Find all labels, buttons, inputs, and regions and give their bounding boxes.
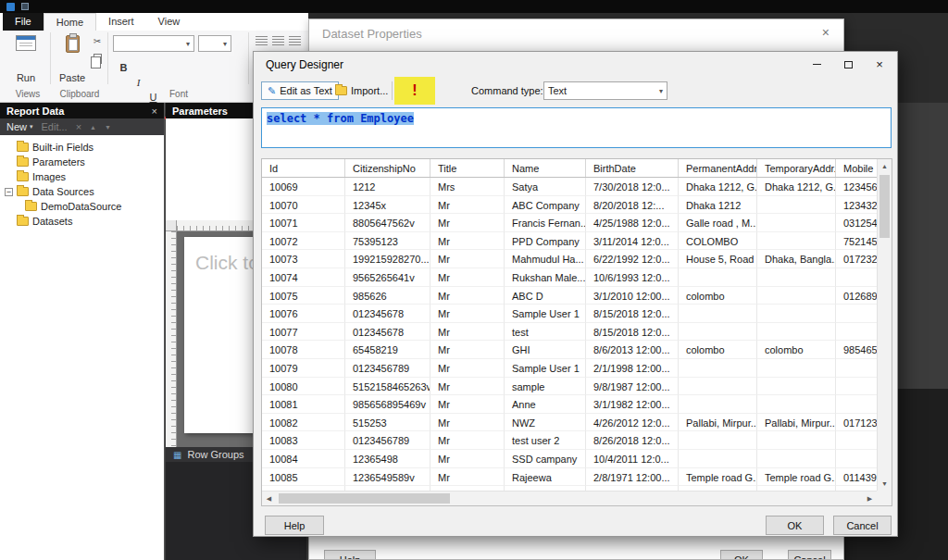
column-header-id[interactable]: Id [262, 159, 345, 177]
table-row[interactable]: 100851236549589vMrRajeewa2/8/1971 12:00.… [262, 468, 879, 487]
font-size-select[interactable]: ▾ [198, 35, 231, 52]
column-header-mobile[interactable]: Mobile [836, 159, 879, 177]
italic-button[interactable]: I [131, 75, 145, 90]
close-icon[interactable]: × [152, 106, 157, 117]
close-button[interactable]: × [864, 53, 895, 76]
table-cell: Mr [430, 232, 505, 251]
table-cell: 7/30/2018 12:0... [586, 178, 679, 196]
table-cell: Francis Fernan... [505, 214, 586, 232]
table-row[interactable]: 10076012345678MrSample User 18/15/2018 1… [262, 305, 879, 323]
tree-item-built-in-fields[interactable]: Built-in Fields [0, 140, 164, 155]
tree-item-data-sources[interactable]: − Data Sources [0, 184, 164, 199]
close-icon[interactable]: × [822, 25, 830, 40]
align-center-icon[interactable] [272, 36, 284, 45]
command-type-select[interactable]: Text ▾ [543, 81, 667, 100]
new-button[interactable]: New ▾ [6, 121, 33, 132]
scroll-right-icon[interactable]: ▶ [863, 492, 877, 505]
tab-view[interactable]: View [146, 13, 193, 31]
tree-item-images[interactable]: Images [0, 169, 164, 184]
report-data-panel: Report Data × New ▾ Edit... × ▲ ▼ Built-… [0, 103, 165, 560]
table-row[interactable]: 100691212MrsSatya7/30/2018 12:0...Dhaka … [262, 178, 879, 196]
maximize-button[interactable] [832, 53, 864, 76]
align-right-icon[interactable] [289, 36, 301, 45]
table-cell: Mr [430, 395, 505, 414]
scroll-down-icon[interactable]: ▼ [878, 477, 892, 491]
vertical-scrollbar[interactable]: ▲ ▼ [877, 159, 892, 491]
ok-button[interactable]: OK [766, 516, 824, 535]
help-button[interactable]: Help [324, 550, 376, 560]
run-button[interactable]: Run [7, 32, 44, 86]
table-cell: 10078 [262, 341, 345, 359]
align-left-icon[interactable] [256, 36, 268, 45]
cancel-button[interactable]: Cancel [833, 516, 892, 535]
column-header-temporaryaddr[interactable]: TemporaryAddr... [757, 159, 836, 177]
delete-icon[interactable]: × [76, 121, 81, 132]
edit-as-text-button[interactable]: ✎ Edit as Text [261, 81, 339, 100]
table-row[interactable]: 1007012345xMrABC Company8/20/2018 12:...… [262, 196, 879, 215]
tab-insert[interactable]: Insert [96, 13, 146, 31]
scroll-up-icon[interactable]: ▲ [878, 159, 892, 173]
table-cell: sample [505, 378, 586, 396]
column-header-name[interactable]: Name [505, 159, 586, 177]
column-header-citizenshipno[interactable]: CitizenshipNo [345, 159, 430, 177]
results-grid[interactable]: IdCitizenshipNoTitleNameBirthDatePermane… [261, 158, 892, 506]
table-cell: Mr [430, 414, 505, 432]
minimize-button[interactable] [801, 53, 832, 76]
table-cell: Mr [430, 305, 505, 323]
tree-item-datasets[interactable]: Datasets [0, 214, 164, 229]
table-row[interactable]: 100749565265641vMrRukshan Male...10/6/19… [262, 268, 879, 287]
table-row[interactable]: 1008412365498MrSSD campany10/4/2011 12:0… [262, 450, 879, 468]
table-row[interactable]: 100790123456789MrSample User 12/1/1998 1… [262, 359, 879, 378]
table-cell: 7521456 [836, 232, 879, 251]
table-cell: COLOMBO [679, 232, 757, 251]
column-header-permanentaddr[interactable]: PermanentAddr... [679, 159, 757, 177]
table-row[interactable]: 10082515253MrNWZ4/26/2012 12:0...Pallabi… [262, 414, 879, 432]
bold-button[interactable]: B [117, 60, 131, 75]
tree-item-parameters[interactable]: Parameters [0, 155, 164, 169]
scrollbar-thumb[interactable] [279, 493, 450, 504]
table-cell: 8/15/2018 12:0... [586, 305, 679, 323]
edit-as-text-label: Edit as Text [280, 85, 332, 96]
copy-button[interactable] [90, 51, 105, 66]
table-cell: Sample User 1 [505, 359, 586, 378]
dialog-titlebar[interactable]: Query Designer × [254, 52, 897, 77]
table-cell: 4/25/1988 12:0... [586, 214, 679, 232]
table-row[interactable]: 10077012345678Mrtest8/15/2018 12:0... [262, 323, 879, 342]
collapse-icon[interactable]: − [5, 188, 13, 196]
column-header-birthdate[interactable]: BirthDate [586, 159, 679, 177]
move-up-icon[interactable]: ▲ [90, 124, 96, 131]
table-row[interactable]: 10073199215928270...MrMahmudul Ha...6/22… [262, 250, 879, 268]
table-row[interactable]: 100830123456789Mrtest user 28/26/2018 12… [262, 431, 879, 450]
table-row[interactable]: 1007275395123MrPPD Company3/11/2014 12:0… [262, 232, 879, 251]
tree-item-demodatasource[interactable]: DemoDataSource [0, 199, 164, 214]
cancel-button[interactable]: Cancel [788, 550, 831, 560]
table-cell [679, 378, 757, 396]
help-button[interactable]: Help [265, 516, 324, 535]
table-cell: Satya [505, 178, 586, 196]
paste-button[interactable]: Paste [56, 32, 89, 86]
table-row[interactable]: 100718805647562vMrFrancis Fernan...4/25/… [262, 214, 879, 232]
table-cell: 0312548 [836, 214, 879, 232]
save-icon[interactable] [21, 3, 29, 10]
table-cell: ABC Company [505, 196, 586, 215]
table-row[interactable]: 1007865458219MrGHI8/6/2013 12:00...colom… [262, 341, 879, 359]
table-row[interactable]: 10075985626MrABC D3/1/2010 12:00...colom… [262, 287, 879, 305]
sql-query-input[interactable]: select * from Employee [261, 107, 892, 148]
column-header-title[interactable]: Title [430, 159, 505, 177]
table-row[interactable]: 10081985656895469vMrAnne3/1/1982 12:00..… [262, 395, 879, 414]
move-down-icon[interactable]: ▼ [105, 124, 111, 131]
edit-button[interactable]: Edit... [42, 121, 68, 132]
execute-query-button[interactable]: ! [412, 82, 417, 99]
scroll-left-icon[interactable]: ◀ [262, 492, 276, 505]
font-family-select[interactable]: ▾ [113, 35, 194, 52]
tab-home[interactable]: Home [44, 13, 96, 31]
table-cell: 8/6/2013 12:00... [586, 341, 679, 359]
cut-button[interactable]: ✂ [90, 33, 105, 48]
import-button[interactable]: Import... [335, 81, 388, 100]
horizontal-scrollbar[interactable]: ◀ ▶ [262, 491, 877, 505]
table-cell [836, 323, 879, 342]
ok-button[interactable]: OK [720, 550, 763, 560]
table-row[interactable]: 100805152158465263vMrsample9/8/1987 12:0… [262, 378, 879, 396]
scrollbar-thumb[interactable] [879, 175, 890, 238]
tab-file[interactable]: File [3, 13, 44, 31]
